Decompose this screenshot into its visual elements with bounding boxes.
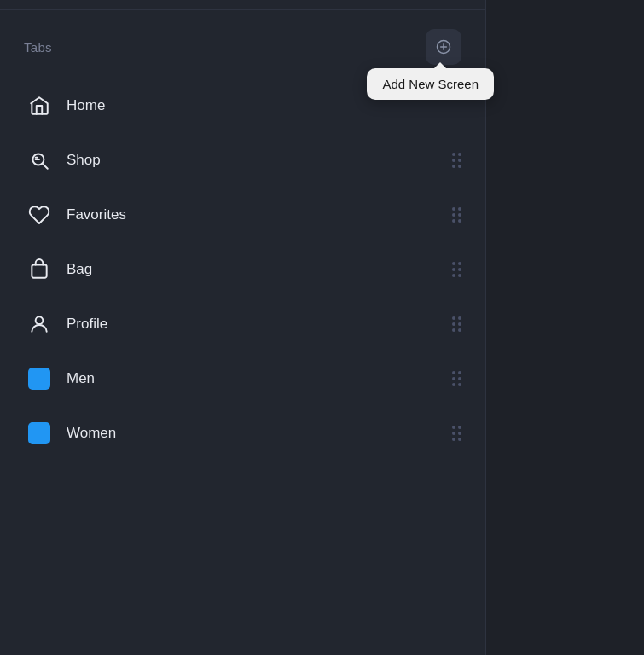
nav-item-profile[interactable]: Profile: [9, 299, 477, 350]
tabs-header: Tabs Add New Screen: [0, 10, 485, 80]
bag-icon: [24, 254, 55, 285]
drag-handle-men: [452, 371, 461, 386]
svg-rect-5: [32, 265, 46, 278]
nav-label-profile: Profile: [67, 316, 452, 333]
add-screen-button[interactable]: [426, 29, 461, 65]
profile-icon: [24, 309, 55, 339]
men-color-swatch: [24, 363, 55, 394]
nav-label-women: Women: [67, 425, 452, 442]
nav-item-shop[interactable]: Shop: [9, 135, 477, 186]
nav-list: Home Shop: [0, 80, 485, 459]
nav-item-men[interactable]: Men: [9, 353, 477, 404]
nav-label-shop: Shop: [67, 152, 452, 169]
nav-label-men: Men: [67, 370, 452, 387]
women-color-swatch: [24, 418, 55, 449]
nav-item-women[interactable]: Women: [9, 408, 477, 459]
nav-label-favorites: Favorites: [67, 206, 452, 223]
plus-circle-icon: [435, 38, 452, 55]
nav-label-home: Home: [67, 97, 461, 114]
drag-handle-favorites: [452, 207, 461, 223]
top-bar: [0, 0, 485, 10]
drag-handle-shop: [452, 153, 461, 168]
nav-item-bag[interactable]: Bag: [9, 244, 477, 295]
tabs-label: Tabs: [24, 40, 52, 55]
drag-handle-women: [452, 426, 461, 441]
drag-handle-bag: [452, 262, 461, 277]
add-new-screen-tooltip: Add New Screen: [367, 68, 494, 100]
svg-line-4: [43, 164, 47, 168]
shop-icon: [24, 145, 55, 176]
sidebar: Tabs Add New Screen Home: [0, 0, 486, 655]
nav-item-favorites[interactable]: Favorites: [9, 189, 477, 241]
right-panel: [486, 0, 644, 655]
svg-point-6: [36, 316, 44, 324]
nav-label-bag: Bag: [67, 261, 452, 278]
drag-handle-profile: [452, 316, 461, 332]
home-icon: [24, 90, 55, 121]
heart-icon: [24, 200, 55, 230]
